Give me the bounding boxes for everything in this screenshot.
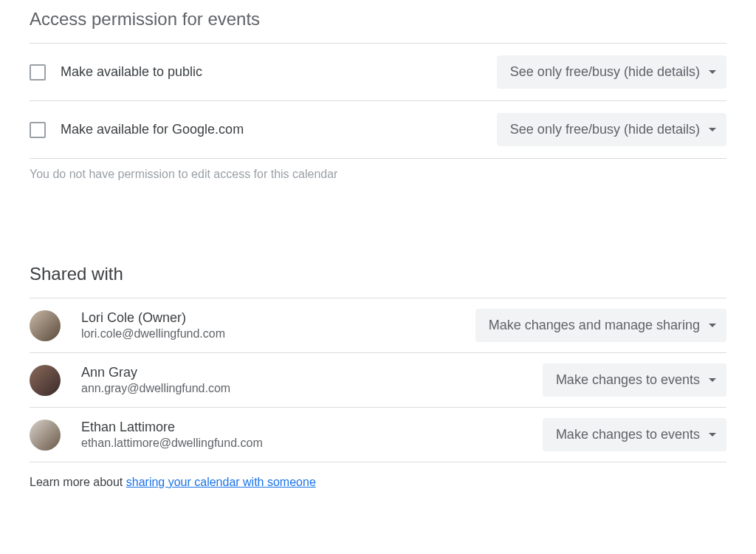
chevron-down-icon (709, 433, 716, 437)
checkbox-public[interactable] (30, 64, 46, 81)
access-permission-note: You do not have permission to edit acces… (30, 159, 726, 211)
shared-person-name: Ann Gray (81, 365, 230, 380)
dropdown-permission[interactable]: Make changes to events (543, 363, 726, 397)
dropdown-label: Make changes to events (556, 427, 700, 442)
avatar (30, 310, 61, 341)
shared-person-left: Ann Gray ann.gray@dwellingfund.com (30, 365, 230, 396)
access-row-left: Make available to public (30, 64, 202, 81)
chevron-down-icon (709, 378, 716, 382)
shared-person-name: Lori Cole (Owner) (81, 310, 225, 326)
chevron-down-icon (709, 70, 716, 74)
access-row-label: Make available to public (61, 64, 202, 80)
learn-more-text: Learn more about sharing your calendar w… (30, 462, 726, 504)
access-row-label: Make available for Google.com (61, 122, 244, 137)
dropdown-permission[interactable]: Make changes to events (543, 418, 726, 451)
section-spacer (0, 211, 756, 255)
shared-person-row: Lori Cole (Owner) lori.cole@dwellingfund… (30, 298, 726, 352)
shared-person-info: Ethan Lattimore ethan.lattimore@dwelling… (81, 420, 263, 450)
access-permission-section: Access permission for events Make availa… (0, 0, 756, 211)
dropdown-google-visibility[interactable]: See only free/busy (hide details) (497, 113, 726, 146)
shared-person-name: Ethan Lattimore (81, 420, 263, 435)
shared-person-row: Ethan Lattimore ethan.lattimore@dwelling… (30, 408, 726, 462)
dropdown-label: Make changes to events (556, 372, 700, 388)
shared-with-section: Shared with Lori Cole (Owner) lori.cole@… (0, 255, 756, 504)
shared-person-info: Ann Gray ann.gray@dwellingfund.com (81, 365, 230, 395)
dropdown-permission[interactable]: Make changes and manage sharing (475, 309, 726, 342)
chevron-down-icon (709, 128, 716, 131)
shared-person-email: ethan.lattimore@dwellingfund.com (81, 437, 263, 450)
avatar (30, 420, 61, 451)
access-section-title: Access permission for events (30, 0, 726, 43)
shared-person-left: Lori Cole (Owner) lori.cole@dwellingfund… (30, 310, 225, 341)
shared-person-email: ann.gray@dwellingfund.com (81, 382, 230, 395)
access-row-public: Make available to public See only free/b… (30, 44, 726, 100)
dropdown-label: Make changes and manage sharing (489, 318, 700, 333)
learn-more-link[interactable]: sharing your calendar with someone (126, 476, 316, 488)
shared-person-row: Ann Gray ann.gray@dwellingfund.com Make … (30, 353, 726, 407)
learn-more-prefix: Learn more about (30, 476, 126, 488)
shared-person-email: lori.cole@dwellingfund.com (81, 327, 225, 341)
dropdown-label: See only free/busy (hide details) (510, 122, 700, 137)
checkbox-google[interactable] (30, 122, 46, 138)
shared-person-info: Lori Cole (Owner) lori.cole@dwellingfund… (81, 310, 225, 341)
dropdown-label: See only free/busy (hide details) (510, 64, 700, 80)
avatar (30, 365, 61, 396)
chevron-down-icon (709, 324, 716, 327)
shared-section-title: Shared with (30, 255, 726, 298)
shared-person-left: Ethan Lattimore ethan.lattimore@dwelling… (30, 420, 263, 451)
access-row-google: Make available for Google.com See only f… (30, 101, 726, 158)
access-row-left: Make available for Google.com (30, 122, 244, 138)
dropdown-public-visibility[interactable]: See only free/busy (hide details) (497, 55, 726, 89)
